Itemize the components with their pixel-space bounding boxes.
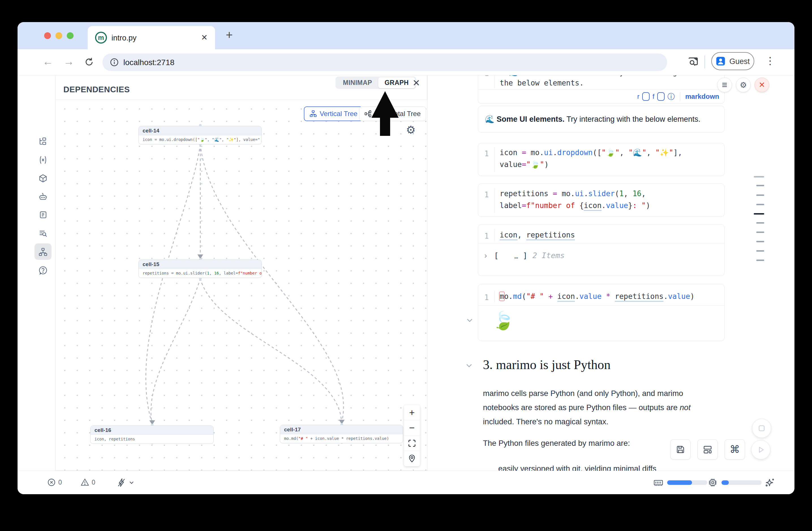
traffic-close-button[interactable] (44, 32, 51, 39)
node-title: cell-15 (139, 260, 261, 269)
zoom-in-button[interactable]: + (404, 405, 420, 420)
dependency-graph-canvas[interactable]: Vertical Tree Horizontal Tree ⚙ cell-14 … (56, 100, 427, 471)
collapse-chevron-icon[interactable] (466, 316, 473, 324)
cell-menu-button[interactable] (717, 77, 732, 92)
markdown-source-line[interactable]: **🌊 Some UI elements.** Try interacting … (499, 75, 699, 76)
reload-button[interactable] (84, 57, 95, 67)
cell-divider (478, 89, 724, 90)
expand-chevron[interactable]: › (484, 251, 487, 260)
site-info-icon[interactable] (110, 58, 119, 67)
graph-node-cell-14[interactable]: cell-14 icon = mo.ui.dropdown(["🍃", "🌊",… (139, 126, 262, 144)
array-open-bracket: [ (494, 251, 498, 260)
warning-counter[interactable]: 0 (81, 478, 95, 487)
new-tab-button[interactable]: + (226, 28, 233, 42)
code-line[interactable]: icon = mo.ui.dropdown(["🍃", "🌊", "✨"], (499, 148, 682, 157)
minimap-cell-marker[interactable] (756, 241, 764, 242)
back-button[interactable]: ← (42, 56, 53, 68)
url-bar[interactable]: localhost:2718 (102, 54, 667, 71)
browser-window: m intro.py ✕ + ← → localhost:2718 (17, 22, 795, 494)
horizontal-tree-icon (364, 110, 372, 117)
minimap-cell-marker[interactable] (756, 222, 764, 224)
minimap-cell-marker[interactable] (756, 195, 764, 196)
browser-menu-button[interactable]: ⋮ (765, 55, 775, 67)
tab-graph[interactable]: GRAPH (378, 77, 415, 88)
panel-title: DEPENDENCIES (63, 85, 130, 94)
panel-close-icon[interactable]: ✕ (412, 77, 420, 88)
autorun-toggle[interactable] (117, 478, 135, 487)
dependency-graph-icon[interactable] (39, 247, 47, 256)
layout-toggle-button[interactable] (697, 439, 718, 460)
code-cell-dropdown[interactable]: 1 icon = mo.ui.dropdown(["🍃", "🌊", "✨"],… (478, 143, 725, 176)
code-line[interactable]: label=f"number of {icon.value}: ") (499, 201, 650, 210)
cpu-meter (722, 480, 762, 485)
graph-edges (56, 100, 427, 471)
code-cell-tuple[interactable]: 1 icon, repetitions › [ … ] 2 Items (478, 224, 725, 276)
minimap-cell-marker[interactable] (754, 176, 764, 177)
shortcut-key-icon (642, 92, 650, 101)
stop-button[interactable] (752, 419, 771, 438)
markdown-cell[interactable]: 1 **🌊 Some UI elements.** Try interactin… (478, 75, 725, 104)
locate-node-button[interactable] (404, 451, 420, 466)
fit-view-button[interactable] (404, 435, 420, 451)
graph-node-cell-17[interactable]: cell-17 mo.md("# " + icon.value * repeti… (280, 425, 403, 443)
vertical-tree-button[interactable]: Vertical Tree (304, 106, 363, 121)
traffic-zoom-button[interactable] (67, 32, 74, 39)
profile-button[interactable]: Guest (711, 52, 754, 70)
error-counter[interactable]: 0 (47, 478, 62, 487)
zoom-out-button[interactable]: − (404, 420, 420, 435)
array-close-bracket: ] (523, 251, 527, 260)
guest-avatar-icon (716, 56, 725, 66)
minimap-cell-marker[interactable] (756, 204, 764, 205)
toolbar-divider (680, 92, 680, 101)
code-cell-momd[interactable]: 1 mo.md("# " + icon.value * repetitions.… (478, 284, 725, 341)
info-icon[interactable]: ⓘ (667, 92, 675, 102)
browser-tab[interactable]: m intro.py ✕ (88, 26, 215, 49)
minimap-cell-marker[interactable] (756, 185, 764, 186)
location-pin-icon (408, 454, 416, 463)
view-mode-switcher: MINIMAP GRAPH (336, 76, 416, 89)
code-cell-slider[interactable]: 1 repetitions = mo.ui.slider(1, 16, labe… (478, 183, 725, 217)
logs-icon[interactable] (39, 211, 47, 220)
forward-button[interactable]: → (63, 56, 74, 68)
graph-zoom-controls: + − (404, 405, 420, 466)
graph-node-cell-16[interactable]: cell-16 icon, repetitions (90, 426, 214, 444)
language-toggle[interactable]: markdown (685, 92, 719, 100)
keyboard-shortcuts-button[interactable]: ⌘ (725, 439, 745, 460)
code-line[interactable]: repetitions = mo.ui.slider(1, 16, (499, 189, 646, 198)
file-explorer-icon[interactable] (39, 137, 47, 146)
minimap-cell-marker[interactable] (756, 250, 764, 252)
code-line[interactable]: value="🍃") (499, 160, 549, 169)
code-line[interactable]: mo.md("# " + icon.value * repetitions.va… (499, 292, 695, 301)
minimap-cell-marker[interactable] (756, 260, 764, 261)
tab-minimap[interactable]: MINIMAP (337, 77, 378, 88)
graph-settings-icon[interactable]: ⚙ (406, 124, 416, 136)
run-button[interactable] (751, 440, 770, 459)
hamburger-menu-icon (721, 81, 728, 89)
save-button[interactable] (670, 439, 691, 460)
traffic-minimize-button[interactable] (56, 32, 62, 39)
help-icon[interactable] (39, 266, 47, 275)
cell-settings-button[interactable]: ⚙ (736, 77, 751, 92)
minimap-cell-marker[interactable] (756, 231, 764, 233)
horizontal-tree-button[interactable]: Horizontal Tree (359, 106, 426, 121)
minimap-active-cell-marker[interactable] (754, 213, 764, 215)
tab-close-icon[interactable]: ✕ (201, 33, 208, 42)
code-line[interactable]: icon, repetitions (499, 231, 575, 239)
section-collapse-chevron-icon[interactable] (465, 362, 473, 369)
markdown-source-line[interactable]: the below elements. (499, 79, 584, 87)
cell-delete-button[interactable]: ✕ (755, 77, 769, 92)
graph-node-cell-15[interactable]: cell-15 repetitions = mo.ui.slider(1, 16… (139, 260, 262, 278)
browser-toolbar: ← → localhost:2718 (17, 49, 795, 75)
variables-icon[interactable] (39, 155, 47, 164)
search-text-icon[interactable] (39, 229, 47, 238)
ai-assistant-icon[interactable] (39, 192, 47, 201)
ai-sparkle-button[interactable] (765, 477, 775, 488)
packages-icon[interactable] (39, 174, 47, 183)
warning-icon (81, 478, 89, 487)
cell-divider (478, 243, 724, 243)
array-ellipsis: … (514, 253, 518, 260)
vertical-tree-icon (309, 110, 317, 117)
ram-icon (654, 478, 663, 487)
cell-divider (478, 305, 724, 306)
tab-search-button[interactable] (687, 56, 699, 67)
